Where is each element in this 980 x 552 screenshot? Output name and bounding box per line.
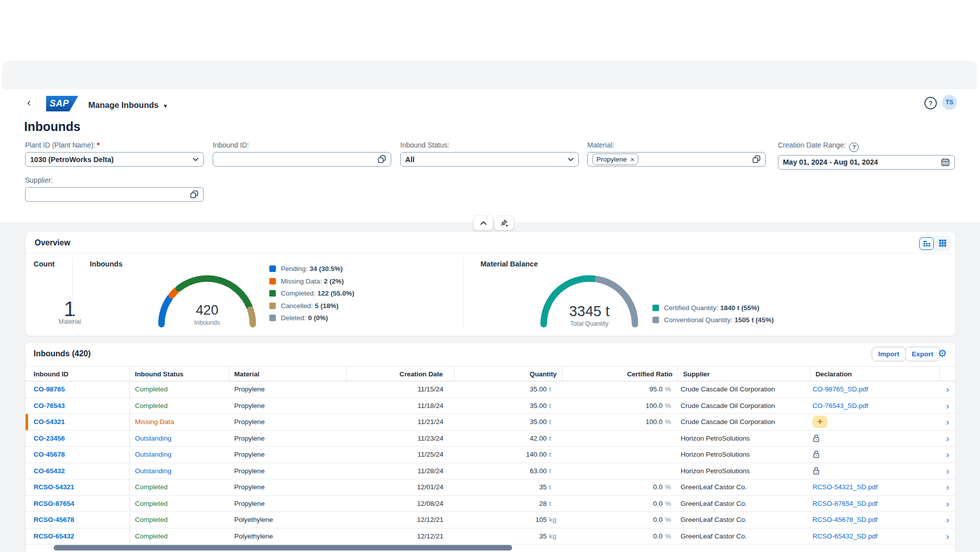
declaration-pdf-link[interactable]: CO-98765_SD.pdf: [812, 385, 868, 393]
inbound-id-cell: RCSO-87654: [26, 496, 130, 512]
legend-value: 1505 t (45%): [735, 316, 774, 324]
legend-item: Certified Quantity:1840 t (55%): [652, 304, 759, 312]
gauge-segment-pending: [161, 298, 170, 324]
date-range-input[interactable]: May 01, 2024 - Aug 01, 2024: [778, 155, 955, 170]
add-declaration-button[interactable]: +: [812, 416, 828, 428]
inbound-id-link[interactable]: RCSO-45678: [34, 516, 74, 523]
help-button[interactable]: ?: [924, 97, 937, 109]
inbound-id-cell: CO-45678: [26, 447, 130, 463]
column-header-material[interactable]: Material: [229, 367, 347, 381]
certified-ratio-cell: [562, 463, 678, 479]
horizontal-scrollbar-thumb[interactable]: [54, 545, 512, 550]
column-header-supplier[interactable]: Supplier: [678, 367, 810, 381]
creation-date-cell: 12/12/21: [347, 528, 454, 544]
material-cell: Propylene: [229, 398, 347, 414]
material-token[interactable]: Propylene×: [592, 154, 638, 165]
legend-value: 1840 t (55%): [720, 304, 759, 312]
material-cell: Polyethylene: [229, 528, 347, 544]
column-header-inbound-status[interactable]: Inbound Status: [130, 367, 229, 381]
row-navigation-cell: ›: [940, 528, 955, 544]
row-chevron-icon[interactable]: ›: [946, 499, 949, 508]
legend-label: Missing Data:: [281, 278, 322, 285]
supplier-input[interactable]: [25, 187, 204, 202]
material-input[interactable]: Propylene×: [587, 152, 766, 167]
row-chevron-icon[interactable]: ›: [946, 401, 949, 410]
status-label: Inbound Status:: [400, 141, 579, 149]
app-title-menu[interactable]: Manage Inbounds▼: [88, 100, 168, 110]
inbound-id-input[interactable]: [213, 152, 391, 167]
inbound-id-link[interactable]: CO-76543: [34, 402, 65, 409]
collapse-filterbar-button[interactable]: [473, 215, 493, 230]
declaration-pdf-link[interactable]: CO-76543_SD.pdf: [812, 402, 868, 409]
filter-material: Material: Propylene×: [587, 141, 766, 167]
row-chevron-icon[interactable]: ›: [946, 384, 949, 394]
creation-date-cell: 11/28/24: [347, 463, 454, 479]
quantity-cell: 63.00t: [454, 463, 562, 479]
row-navigation-cell: ›: [940, 479, 955, 495]
row-chevron-icon[interactable]: ›: [946, 466, 949, 476]
back-button[interactable]: ‹: [27, 97, 31, 109]
token-remove-icon[interactable]: ×: [630, 156, 634, 164]
value-help-icon[interactable]: [190, 190, 199, 199]
creation-date-cell: 11/18/24: [347, 398, 454, 414]
quantity-cell: 35.00t: [454, 381, 562, 397]
lock-icon: [812, 467, 820, 475]
declaration-pdf-link[interactable]: RCSO-65432_SD.pdf: [812, 532, 878, 540]
legend-color-swatch: [269, 303, 276, 309]
legend-value: 0 (0%): [308, 314, 328, 322]
export-button[interactable]: Export: [905, 347, 940, 361]
column-header-creation-date[interactable]: Creation Date: [347, 367, 454, 381]
column-header-inbound-id[interactable]: Inbound ID: [26, 367, 130, 381]
inbound-id-link[interactable]: CO-65432: [34, 467, 65, 475]
inbound-id-link[interactable]: CO-23456: [34, 435, 65, 442]
pin-filterbar-button[interactable]: [494, 215, 514, 230]
row-chevron-icon[interactable]: ›: [946, 482, 949, 492]
row-chevron-icon[interactable]: ›: [946, 531, 949, 541]
sap-logo: SAP: [46, 96, 78, 111]
table-settings-gear-icon[interactable]: ⚙: [938, 347, 947, 359]
row-chevron-icon[interactable]: ›: [946, 515, 949, 524]
status-select[interactable]: All: [400, 152, 579, 167]
column-header-certified-ratio[interactable]: Certified Ratio: [562, 367, 678, 381]
legend-value: 2 (2%): [324, 278, 344, 285]
inbound-id-link[interactable]: CO-98765: [34, 385, 65, 393]
legend-item: Pending:34 (30.5%): [269, 265, 343, 272]
certified-ratio-cell: [562, 431, 678, 447]
value-help-icon[interactable]: [752, 155, 761, 164]
filter-supplier: Supplier:: [25, 176, 204, 202]
user-avatar[interactable]: TS: [942, 95, 957, 110]
chevron-down-icon: ▼: [162, 103, 168, 109]
help-icon[interactable]: ?: [849, 143, 859, 152]
declaration-cell: RCSO-45678_SD.pdf: [810, 512, 940, 528]
column-header-declaration[interactable]: Declaration: [810, 367, 940, 381]
declaration-pdf-link[interactable]: RCSO-54321_SD.pdf: [812, 483, 878, 491]
material-cell: Propylene: [229, 463, 347, 479]
quantity-cell: 35kg: [454, 528, 562, 544]
column-header-quantity[interactable]: Quantity: [454, 367, 562, 381]
declaration-pdf-link[interactable]: RCSO-87654_SD.pdf: [812, 500, 878, 507]
chevron-down-icon: [568, 158, 574, 162]
plant-select[interactable]: 1030 (PetroWorks Delta): [25, 152, 204, 167]
inbound-id-cell: CO-98765: [26, 381, 130, 397]
inbound-id-link[interactable]: RCSO-65432: [34, 532, 74, 540]
inbound-id-link[interactable]: RCSO-87654: [34, 500, 74, 507]
import-button[interactable]: Import: [872, 347, 906, 361]
plant-select-value: 1030 (PetroWorks Delta): [30, 156, 193, 164]
inbound-id-link[interactable]: CO-45678: [34, 451, 65, 458]
row-chevron-icon[interactable]: ›: [946, 450, 949, 459]
supplier-cell: Crude Cascade Oil Corporation: [678, 398, 810, 414]
value-help-icon[interactable]: [378, 155, 386, 164]
table-row: CO-65432OutstandingPropylene11/28/2463.0…: [26, 463, 955, 480]
status-cell: Completed: [130, 479, 229, 495]
material-cell: Propylene: [229, 496, 347, 512]
calendar-icon[interactable]: [941, 158, 950, 167]
inbound-id-link[interactable]: RCSO-54321: [34, 483, 74, 491]
declaration-pdf-link[interactable]: RCSO-45678_SD.pdf: [812, 516, 878, 523]
inbound-id-link[interactable]: CO-54321: [34, 418, 65, 426]
grid-view-button[interactable]: [936, 237, 949, 249]
row-chevron-icon[interactable]: ›: [946, 434, 949, 443]
certified-ratio-cell: 0.0%: [562, 528, 678, 544]
row-chevron-icon[interactable]: ›: [946, 417, 949, 427]
table-body: CO-98765CompletedPropylene11/15/2435.00t…: [26, 381, 955, 544]
chart-table-view-button[interactable]: [919, 237, 934, 250]
